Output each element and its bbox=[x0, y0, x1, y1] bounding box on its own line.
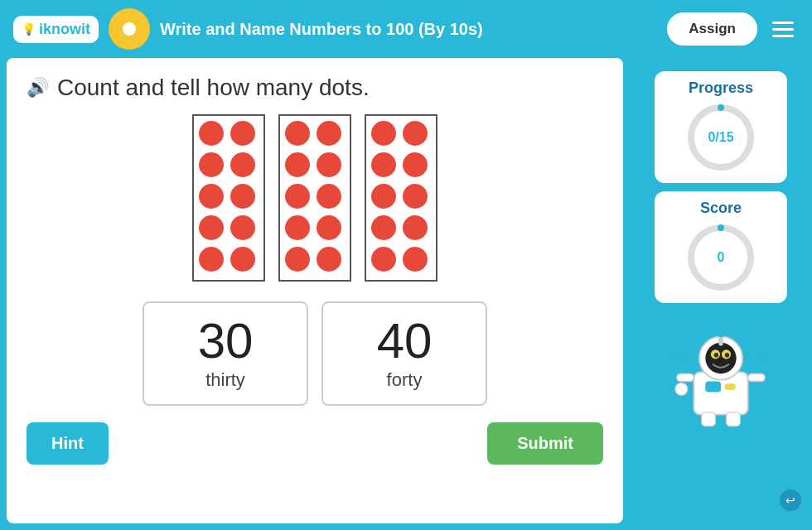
hamburger-line-2 bbox=[772, 28, 794, 31]
svg-rect-13 bbox=[675, 352, 684, 359]
menu-button[interactable] bbox=[767, 17, 799, 42]
progress-label: Progress bbox=[689, 80, 753, 97]
dot bbox=[371, 121, 396, 146]
svg-point-12 bbox=[717, 330, 724, 337]
bottom-buttons: Hint Submit bbox=[27, 422, 603, 465]
answer-card-40[interactable]: 40 forty bbox=[321, 301, 487, 406]
svg-point-19 bbox=[675, 383, 688, 395]
svg-point-9 bbox=[714, 353, 719, 358]
yellow-circle bbox=[109, 8, 150, 50]
svg-rect-17 bbox=[677, 373, 694, 381]
dot bbox=[199, 121, 224, 146]
right-panel: Progress 0/15 Score 0 bbox=[630, 58, 812, 530]
dot bbox=[403, 247, 428, 272]
question-header: 🔊 Count and tell how many dots. bbox=[27, 75, 603, 101]
dot bbox=[403, 215, 428, 240]
dot bbox=[199, 215, 224, 240]
progress-section: Progress 0/15 bbox=[655, 71, 787, 183]
header: 💡 iknowit Write and Name Numbers to 100 … bbox=[0, 0, 812, 58]
svg-rect-21 bbox=[727, 412, 741, 426]
logo-text: iknowit bbox=[39, 21, 90, 38]
dot bbox=[230, 247, 255, 272]
svg-text:↩: ↩ bbox=[785, 494, 795, 507]
dot bbox=[317, 184, 341, 209]
score-section: Score 0 bbox=[655, 191, 787, 303]
answer-number-40: 40 bbox=[356, 316, 452, 366]
robot-container bbox=[667, 318, 775, 434]
dot-grids bbox=[27, 114, 603, 282]
dot bbox=[230, 184, 255, 209]
question-text: Count and tell how many dots. bbox=[57, 75, 370, 101]
dot bbox=[317, 121, 341, 146]
answer-card-30[interactable]: 30 thirty bbox=[143, 301, 308, 406]
dot bbox=[285, 121, 310, 146]
logo-icon: 💡 bbox=[22, 22, 36, 36]
progress-value: 0/15 bbox=[708, 130, 733, 145]
left-panel: 🔊 Count and tell how many dots. bbox=[7, 58, 623, 523]
svg-point-6 bbox=[705, 343, 736, 373]
submit-button[interactable]: Submit bbox=[487, 422, 603, 465]
answer-number-30: 30 bbox=[177, 316, 273, 366]
yellow-circle-inner bbox=[123, 22, 136, 36]
progress-circle: 0/15 bbox=[684, 100, 758, 175]
dot bbox=[317, 247, 341, 272]
robot-illustration bbox=[667, 318, 775, 434]
dot bbox=[285, 184, 310, 209]
hint-button[interactable]: Hint bbox=[27, 422, 109, 465]
dot bbox=[230, 215, 255, 240]
dot bbox=[403, 152, 428, 177]
dot bbox=[285, 215, 310, 240]
dot bbox=[199, 247, 224, 272]
main-area: 🔊 Count and tell how many dots. bbox=[0, 58, 812, 530]
dot bbox=[371, 184, 396, 209]
dot bbox=[199, 184, 224, 209]
svg-rect-15 bbox=[705, 382, 721, 393]
dot bbox=[371, 152, 396, 177]
dot bbox=[371, 247, 396, 272]
answer-row: 30 thirty 40 forty bbox=[27, 301, 603, 406]
score-circle: 0 bbox=[684, 220, 758, 295]
sound-icon[interactable]: 🔊 bbox=[27, 77, 49, 99]
dot bbox=[285, 247, 310, 272]
dot bbox=[371, 215, 396, 240]
svg-rect-16 bbox=[725, 383, 736, 389]
score-value: 0 bbox=[718, 250, 725, 265]
dot-grid-3 bbox=[365, 114, 437, 282]
score-label: Score bbox=[700, 200, 742, 217]
svg-rect-14 bbox=[757, 352, 766, 359]
svg-point-10 bbox=[725, 353, 730, 358]
dot bbox=[230, 121, 255, 146]
dot bbox=[230, 152, 255, 177]
dot bbox=[317, 215, 341, 240]
assign-button[interactable]: Assign bbox=[667, 12, 757, 46]
hamburger-line-1 bbox=[772, 22, 794, 24]
header-title: Write and Name Numbers to 100 (By 10s) bbox=[160, 20, 657, 39]
logo: 💡 iknowit bbox=[13, 16, 99, 43]
svg-rect-18 bbox=[748, 373, 766, 381]
answer-word-40: forty bbox=[356, 369, 452, 391]
dot bbox=[403, 184, 428, 209]
dot bbox=[199, 152, 224, 177]
answer-word-30: thirty bbox=[177, 369, 273, 391]
dot-grid-2 bbox=[278, 114, 351, 282]
hamburger-line-3 bbox=[772, 35, 794, 37]
dot-grid-1 bbox=[192, 114, 265, 282]
back-icon[interactable]: ↩ bbox=[779, 489, 802, 517]
svg-rect-20 bbox=[702, 412, 716, 426]
dot bbox=[285, 152, 310, 177]
dot bbox=[403, 121, 428, 146]
dot bbox=[317, 152, 341, 177]
